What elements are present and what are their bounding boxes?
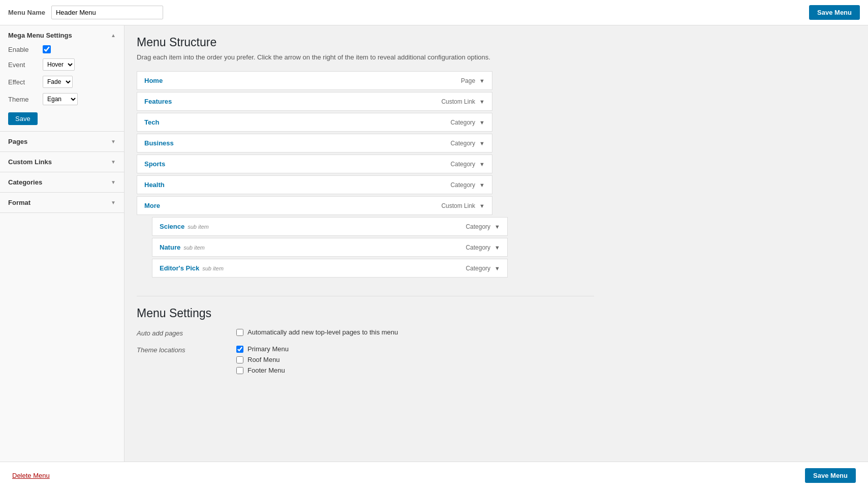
custom-links-section-label: Custom Links: [8, 158, 52, 166]
top-bar: Menu Name Save Menu: [0, 0, 868, 25]
sidebar-section-custom-links-header[interactable]: Custom Links ▼: [0, 152, 124, 172]
format-section-label: Format: [8, 199, 30, 206]
sidebar-section-format: Format ▼: [0, 193, 124, 213]
menu-item-business-type: Category: [450, 140, 475, 147]
footer-menu-checkbox[interactable]: [236, 367, 243, 374]
theme-select[interactable]: Egan Default: [43, 93, 78, 105]
footer-menu-label: Footer Menu: [247, 366, 285, 374]
menu-item-features-chevron-icon[interactable]: ▼: [479, 99, 485, 105]
sub-menu-item-science[interactable]: Science sub item Category ▼: [152, 217, 508, 236]
menu-item-tech-type: Category: [450, 119, 475, 126]
menu-item-sports-name: Sports: [144, 160, 450, 168]
mega-menu-settings-section: Mega Menu Settings ▲ Enable Event Hover …: [0, 25, 124, 132]
menu-settings-table: Auto add pages Automatically add new top…: [137, 328, 594, 374]
auto-add-pages-checkbox-row: Automatically add new top-level pages to…: [236, 328, 398, 336]
sub-menu-item-editors-pick[interactable]: Editor's Pick sub item Category ▼: [152, 259, 508, 278]
sidebar-section-categories: Categories ▼: [0, 172, 124, 193]
event-label: Event: [8, 61, 39, 69]
menu-name-input[interactable]: [51, 6, 163, 19]
menu-item-features[interactable]: Features Custom Link ▼: [137, 92, 492, 111]
roof-menu-label: Roof Menu: [247, 356, 280, 363]
sub-item-editors-pick-chevron-icon[interactable]: ▼: [494, 265, 500, 271]
sub-item-nature-chevron-icon[interactable]: ▼: [494, 244, 500, 251]
sub-menu-item-nature[interactable]: Nature sub item Category ▼: [152, 238, 508, 257]
sub-item-nature-type: Category: [466, 244, 490, 251]
sidebar-section-custom-links: Custom Links ▼: [0, 152, 124, 172]
sidebar-section-categories-header[interactable]: Categories ▼: [0, 172, 124, 192]
sidebar-section-format-header[interactable]: Format ▼: [0, 193, 124, 212]
theme-locations-label: Theme locations: [137, 345, 228, 354]
theme-row: Theme Egan Default: [8, 93, 116, 105]
theme-locations-row: Theme locations Primary Menu Roof Menu: [137, 345, 594, 374]
menu-settings-section: Menu Settings Auto add pages Automatical…: [137, 296, 594, 374]
mega-menu-title: Mega Menu Settings ▲: [8, 32, 116, 39]
sub-item-science-type: Category: [466, 223, 490, 230]
menu-item-health-chevron-icon[interactable]: ▼: [479, 182, 485, 188]
primary-menu-row: Primary Menu: [236, 345, 289, 353]
layout: Mega Menu Settings ▲ Enable Event Hover …: [0, 25, 868, 462]
event-row: Event Hover Click: [8, 58, 116, 71]
auto-add-pages-checkbox[interactable]: [236, 329, 243, 336]
primary-menu-checkbox[interactable]: [236, 346, 243, 353]
menu-item-more-name: More: [144, 202, 441, 209]
menu-name-label: Menu Name: [8, 9, 45, 16]
event-select[interactable]: Hover Click: [43, 58, 75, 71]
primary-menu-label: Primary Menu: [247, 345, 289, 353]
menu-item-features-type: Custom Link: [441, 98, 475, 105]
mega-menu-title-text: Mega Menu Settings: [8, 32, 72, 39]
effect-select[interactable]: Fade Slide None: [43, 76, 73, 88]
save-menu-button-bottom[interactable]: Save Menu: [805, 468, 856, 483]
sidebar-section-pages-header[interactable]: Pages ▼: [0, 132, 124, 151]
auto-add-pages-label: Auto add pages: [137, 328, 228, 337]
sub-item-science-badge: sub item: [188, 224, 209, 230]
sub-item-nature-badge: sub item: [183, 244, 205, 251]
menu-item-more-chevron-icon[interactable]: ▼: [479, 203, 485, 209]
sidebar: Mega Menu Settings ▲ Enable Event Hover …: [0, 25, 125, 462]
menu-item-more[interactable]: More Custom Link ▼: [137, 196, 492, 215]
sub-item-science-name: Science: [160, 223, 184, 230]
sub-item-editors-pick-type: Category: [466, 265, 490, 272]
enable-row: Enable: [8, 45, 116, 53]
menu-item-health[interactable]: Health Category ▼: [137, 175, 492, 194]
menu-item-tech[interactable]: Tech Category ▼: [137, 113, 492, 132]
delete-menu-link[interactable]: Delete Menu: [12, 472, 50, 479]
footer-menu-row: Footer Menu: [236, 366, 289, 374]
effect-row: Effect Fade Slide None: [8, 76, 116, 88]
menu-item-home[interactable]: Home Page ▼: [137, 71, 492, 90]
menu-item-list: Home Page ▼ Features Custom Link ▼ Tech …: [137, 71, 492, 217]
theme-locations-control: Primary Menu Roof Menu Footer Menu: [236, 345, 289, 374]
menu-item-business-chevron-icon[interactable]: ▼: [479, 140, 485, 146]
sub-item-nature-name: Nature: [160, 243, 180, 251]
menu-item-sports-type: Category: [450, 161, 475, 168]
menu-item-health-name: Health: [144, 181, 450, 189]
menu-item-business[interactable]: Business Category ▼: [137, 134, 492, 152]
enable-checkbox[interactable]: [43, 45, 51, 53]
sidebar-section-pages: Pages ▼: [0, 132, 124, 152]
menu-settings-title: Menu Settings: [137, 296, 594, 320]
custom-links-chevron-icon: ▼: [111, 159, 116, 165]
categories-section-label: Categories: [8, 178, 42, 186]
menu-item-sports-chevron-icon[interactable]: ▼: [479, 161, 485, 167]
format-chevron-icon: ▼: [111, 200, 116, 205]
save-settings-button[interactable]: Save: [8, 112, 38, 125]
menu-item-tech-chevron-icon[interactable]: ▼: [479, 119, 485, 126]
roof-menu-row: Roof Menu: [236, 356, 289, 363]
auto-add-pages-row: Auto add pages Automatically add new top…: [137, 328, 594, 337]
menu-item-home-chevron-icon[interactable]: ▼: [479, 78, 485, 84]
menu-item-home-type: Page: [461, 77, 475, 84]
save-menu-button-top[interactable]: Save Menu: [809, 5, 860, 20]
menu-structure-title: Menu Structure: [137, 36, 856, 49]
roof-menu-checkbox[interactable]: [236, 356, 243, 363]
menu-structure-description: Drag each item into the order you prefer…: [137, 53, 856, 61]
sub-item-science-chevron-icon[interactable]: ▼: [494, 224, 500, 230]
pages-chevron-icon: ▼: [111, 139, 116, 144]
sub-item-editors-pick-badge: sub item: [202, 265, 224, 271]
enable-label: Enable: [8, 46, 39, 53]
menu-item-business-name: Business: [144, 139, 450, 147]
main-content: Menu Structure Drag each item into the o…: [125, 25, 868, 462]
menu-item-more-type: Custom Link: [441, 202, 475, 209]
categories-chevron-icon: ▼: [111, 179, 116, 185]
mega-menu-collapse-icon[interactable]: ▲: [111, 33, 116, 38]
sub-item-editors-pick-name: Editor's Pick: [160, 264, 199, 272]
menu-item-sports[interactable]: Sports Category ▼: [137, 155, 492, 173]
